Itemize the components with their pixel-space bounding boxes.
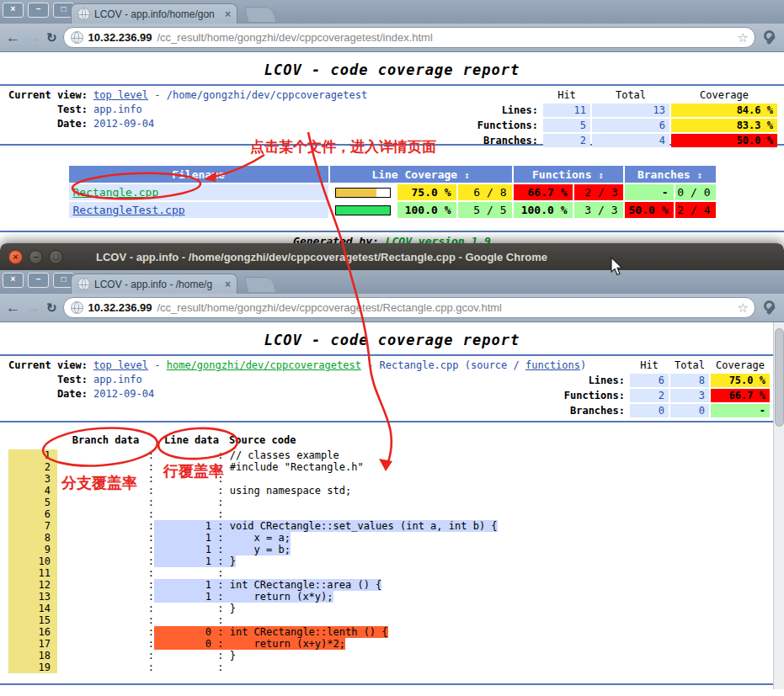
coverage-bar-fill	[336, 206, 390, 215]
wrench-menu-icon[interactable]	[761, 300, 778, 316]
annotation-click-file-note: 点击某个文件，进入详情页面	[250, 137, 436, 157]
branch-data-cell: :	[57, 449, 154, 461]
separator: -	[361, 359, 380, 371]
reload-button[interactable]: ↻	[46, 30, 57, 45]
branch-data-cell: :	[57, 626, 154, 638]
summary-total-value: 13	[592, 104, 669, 117]
sort-icon[interactable]: ↕	[696, 170, 702, 181]
sort-icon[interactable]: ↕	[598, 170, 604, 181]
new-tab-button[interactable]	[244, 277, 276, 292]
address-bar[interactable]: 10.32.236.99/cc_result/home/gongzhi/dev/…	[63, 27, 755, 48]
source-line: 12:1 : int CRectangle::area () {	[0, 579, 784, 591]
source-line: 10:1 : }	[0, 555, 784, 567]
column-header-filename[interactable]: Filename	[69, 166, 328, 183]
summary-total-value: 6	[592, 119, 669, 132]
sort-icon[interactable]: ↕	[464, 170, 470, 181]
back-button[interactable]: ←	[6, 300, 20, 315]
tab-close-icon[interactable]: ×	[225, 8, 231, 20]
page-title: LCOV - code coverage report	[0, 61, 784, 79]
window-title: LCOV - app.info - /home/gongzhi/dev/cppc…	[96, 251, 547, 263]
window-titlebar[interactable]: × – □ LCOV - app.info - /home/gongzhi/de…	[0, 243, 784, 270]
source-line: 16:0 : int CRectangle::lenth () {	[0, 626, 784, 638]
source-line: 17:0 : return (x+y)*2;	[0, 638, 784, 650]
address-bar[interactable]: 10.32.236.99/cc_result/home/gongzhi/dev/…	[63, 297, 755, 318]
line-number: 7	[8, 520, 57, 532]
scrollbar[interactable]	[773, 322, 784, 689]
column-header-functions[interactable]: Functions ↕	[514, 166, 623, 183]
hit-count: 1	[154, 579, 211, 591]
source-line: 7:1 : void CRectangle::set_values (int a…	[0, 520, 784, 532]
branch-data-cell: :	[57, 520, 154, 532]
hit-count: 1	[154, 591, 211, 603]
branch-data-cell: :	[57, 661, 154, 673]
source-line: 6: :	[0, 508, 784, 520]
file-link[interactable]: Rectangle.cpp	[73, 186, 159, 199]
line-coverage-percent: 100.0 %	[397, 202, 456, 218]
window-minimize-button[interactable]: –	[28, 3, 49, 18]
lcov-version-link[interactable]: LCOV version 1.9	[386, 688, 491, 689]
browser-tab[interactable]: LCOV - app.info - /home/g ×	[71, 274, 237, 294]
column-header-branches[interactable]: Branches ↕	[625, 166, 716, 183]
summary-column-header: Total	[670, 359, 709, 372]
line-data-colon: :	[211, 532, 230, 544]
bookmark-star-icon[interactable]: ☆	[738, 30, 749, 45]
hit-count	[154, 650, 211, 661]
hit-count: 1	[154, 520, 211, 532]
tab-close-icon[interactable]: ×	[225, 279, 231, 290]
branch-coverage-percent: -	[625, 184, 674, 200]
file-link[interactable]: RectangleTest.cpp	[73, 204, 185, 216]
summary-coverage-value: 66.7 %	[711, 389, 770, 402]
wrench-menu-icon[interactable]	[761, 29, 778, 46]
line-data-colon: :	[211, 544, 230, 555]
branch-coverage-ratio: 2 / 4	[675, 202, 716, 218]
window-close-button[interactable]: ×	[3, 273, 24, 288]
bookmark-star-icon[interactable]: ☆	[738, 300, 749, 316]
directory-link[interactable]: home/gongzhi/dev/cppcoveragetest	[167, 359, 361, 371]
function-coverage-ratio: 3 / 3	[574, 202, 623, 218]
url-host: 10.32.236.99	[88, 31, 152, 44]
coverage-bar-fill	[336, 189, 376, 197]
url-host: 10.32.236.99	[88, 301, 152, 314]
divider	[0, 231, 784, 232]
line-data-colon: :	[211, 485, 230, 497]
browser-tab[interactable]: LCOV - app.info/home/gon ×	[71, 3, 237, 24]
site-globe-icon	[71, 31, 83, 44]
window-minimize-button[interactable]: –	[28, 273, 49, 288]
current-view-label: Current view:	[3, 88, 88, 103]
top-level-link[interactable]: top level	[93, 89, 148, 101]
line-data-colon: :	[211, 661, 230, 673]
hit-count: 1	[154, 532, 211, 544]
back-button[interactable]: ←	[6, 30, 20, 45]
file-name-text: Rectangle.cpp (source /	[380, 359, 525, 371]
window-minimize-button[interactable]: –	[29, 250, 43, 264]
line-data-colon: :	[211, 650, 230, 661]
column-header-line-coverage[interactable]: Line Coverage ↕	[330, 166, 512, 183]
browser-toolbar: ← → ↻ 10.32.236.99/cc_result/home/gongzh…	[0, 294, 784, 322]
forward-button[interactable]: →	[26, 30, 40, 45]
reload-button[interactable]: ↻	[46, 300, 57, 315]
url-path: /cc_result/home/gongzhi/dev/cppcoveraget…	[157, 301, 732, 314]
branch-data-cell: :	[57, 555, 154, 567]
window-maximize-button[interactable]: □	[49, 250, 63, 264]
window-close-button[interactable]: ×	[3, 3, 24, 18]
new-tab-button[interactable]	[244, 7, 276, 22]
window-controls: × – □	[3, 3, 74, 18]
coverage-bar-cell	[330, 184, 396, 200]
top-level-link[interactable]: top level	[93, 359, 148, 371]
summary-column-header: Hit	[543, 88, 590, 102]
line-number: 12	[8, 579, 57, 591]
tab-favicon-globe-icon	[77, 278, 90, 290]
summary-hit-value: 5	[543, 119, 590, 132]
hit-count	[154, 508, 211, 520]
window-close-button[interactable]: ×	[8, 250, 23, 264]
source-text: return (x*y);	[230, 591, 333, 603]
summary-row-label: Branches:	[424, 134, 541, 147]
line-plain: : using namespace std;	[154, 485, 351, 497]
source-column-headers: Branch data Line data Source code	[0, 434, 784, 446]
line-number: 10	[8, 555, 57, 567]
branch-data-cell: :	[57, 603, 154, 614]
source-line: 11: :	[0, 567, 784, 579]
forward-button[interactable]: →	[26, 300, 40, 315]
source-text: int CRectangle::lenth () {	[230, 626, 388, 638]
scrollbar-thumb[interactable]	[775, 328, 784, 427]
